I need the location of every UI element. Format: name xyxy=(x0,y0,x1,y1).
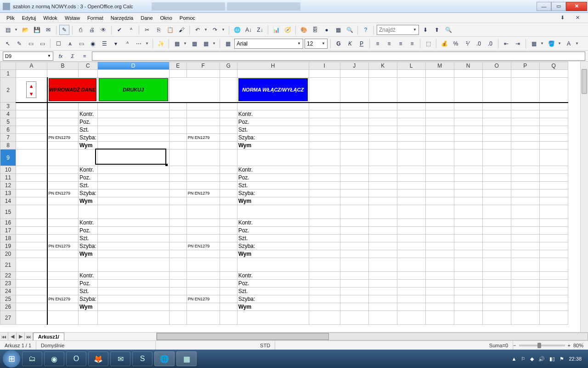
cell-C14[interactable]: Wym xyxy=(79,197,98,205)
col-header-J[interactable]: J xyxy=(340,62,368,70)
cell-I19[interactable] xyxy=(309,242,340,250)
cell-L25[interactable] xyxy=(397,295,425,303)
cell-P26[interactable] xyxy=(511,303,539,311)
cell-F8[interactable] xyxy=(187,142,220,150)
cell-F22[interactable] xyxy=(187,272,220,280)
option-icon[interactable]: ◉ xyxy=(88,39,98,49)
textbox-icon[interactable]: ᴀ xyxy=(65,39,75,49)
cell-C20[interactable]: Wym xyxy=(79,250,98,258)
cell-K11[interactable] xyxy=(368,174,397,182)
cell-P1[interactable] xyxy=(511,70,539,78)
cell-L26[interactable] xyxy=(397,303,425,311)
cell-B5[interactable] xyxy=(47,118,79,126)
cell-K2[interactable] xyxy=(368,78,397,103)
cell-M27[interactable] xyxy=(425,311,454,325)
cell-C22[interactable]: Kontr. xyxy=(79,272,98,280)
cell-B25[interactable]: PN EN1279 xyxy=(47,295,79,303)
cell-O21[interactable] xyxy=(482,258,511,272)
cell-K23[interactable] xyxy=(368,280,397,288)
task-browser[interactable]: 🌐 xyxy=(154,351,175,366)
cell-Q4[interactable] xyxy=(539,110,568,118)
cell-I11[interactable] xyxy=(309,174,340,182)
cell-C1[interactable] xyxy=(79,70,98,78)
zoom-icon[interactable]: 🔍 xyxy=(345,25,355,35)
cell-N27[interactable] xyxy=(454,311,482,325)
menu-format[interactable]: Format xyxy=(84,14,107,22)
formula-input[interactable] xyxy=(92,52,585,61)
cell-M24[interactable] xyxy=(425,288,454,295)
cell-N24[interactable] xyxy=(454,288,482,295)
cell-P8[interactable] xyxy=(511,142,539,150)
cell-O3[interactable] xyxy=(482,103,511,110)
save-icon[interactable]: 💾 xyxy=(32,25,42,35)
cell-K18[interactable] xyxy=(368,235,397,242)
cell-J2[interactable] xyxy=(340,78,368,103)
menu-plik[interactable]: Plik xyxy=(3,14,18,22)
cell-H23[interactable]: Poz. xyxy=(237,280,309,288)
cell-J19[interactable] xyxy=(340,242,368,250)
cell-A26[interactable] xyxy=(16,303,47,311)
opera-icon[interactable]: O xyxy=(66,351,86,366)
cell-L6[interactable] xyxy=(397,126,425,134)
print-icon[interactable]: 🖨 xyxy=(87,25,97,35)
cell-A1[interactable] xyxy=(16,70,47,78)
cell-E10[interactable] xyxy=(169,166,187,174)
cell-E24[interactable] xyxy=(169,288,187,295)
cell-E7[interactable] xyxy=(169,134,187,142)
row-header-27[interactable]: 27 xyxy=(0,311,16,325)
cell-N23[interactable] xyxy=(454,280,482,288)
cell-M6[interactable] xyxy=(425,126,454,134)
firefox-icon[interactable]: 🦊 xyxy=(88,351,108,366)
cell-E17[interactable] xyxy=(169,227,187,235)
spreadsheet-grid[interactable]: ABCDEFGHIJKLMNOPQ12▲▼WPROWADŹ DANEDRUKUJ… xyxy=(0,62,588,332)
cell-C10[interactable]: Kontr. xyxy=(79,166,98,174)
row-header-12[interactable]: 12 xyxy=(0,182,16,190)
email-icon[interactable]: ✉ xyxy=(43,25,53,35)
cut-icon[interactable]: ✂ xyxy=(142,25,152,35)
row-header-3[interactable]: 3 xyxy=(0,103,16,110)
cell-J12[interactable] xyxy=(340,182,368,190)
cell-A17[interactable] xyxy=(16,227,47,235)
cell-G20[interactable] xyxy=(220,250,237,258)
cell-D11[interactable] xyxy=(97,174,169,182)
cell-M17[interactable] xyxy=(425,227,454,235)
cell-M23[interactable] xyxy=(425,280,454,288)
cell-D19[interactable] xyxy=(97,242,169,250)
cell-P16[interactable] xyxy=(511,219,539,227)
cell-A18[interactable] xyxy=(16,235,47,242)
cell-P14[interactable] xyxy=(511,197,539,205)
currency-icon[interactable]: 💰 xyxy=(439,39,449,49)
cell-L11[interactable] xyxy=(397,174,425,182)
cell-M18[interactable] xyxy=(425,235,454,242)
cell-D3[interactable] xyxy=(97,103,169,110)
datasource-icon[interactable]: 🗄 xyxy=(310,25,320,35)
cell-C19[interactable]: Szyba: xyxy=(79,242,98,250)
cell-P25[interactable] xyxy=(511,295,539,303)
cell-H8[interactable]: Wym xyxy=(237,142,309,150)
cell-J26[interactable] xyxy=(340,303,368,311)
cell-K16[interactable] xyxy=(368,219,397,227)
cell-D1[interactable] xyxy=(97,70,169,78)
cell-M5[interactable] xyxy=(425,118,454,126)
cell-E8[interactable] xyxy=(169,142,187,150)
cell-B16[interactable] xyxy=(47,219,79,227)
cell-Q9[interactable] xyxy=(539,150,568,166)
cell-B8[interactable] xyxy=(47,142,79,150)
col-header-F[interactable]: F xyxy=(187,62,220,70)
cell-C16[interactable]: Kontr. xyxy=(79,219,98,227)
cell-O20[interactable] xyxy=(482,250,511,258)
cell-K14[interactable] xyxy=(368,197,397,205)
arrow-icon[interactable]: ↖ xyxy=(3,39,13,49)
cell-K19[interactable] xyxy=(368,242,397,250)
align-left-icon[interactable]: ≡ xyxy=(373,39,383,49)
cell-J1[interactable] xyxy=(340,70,368,78)
cell-O25[interactable] xyxy=(482,295,511,303)
gallery-icon[interactable]: 🎨 xyxy=(299,25,309,35)
cell-G27[interactable] xyxy=(220,311,237,325)
cell-I22[interactable] xyxy=(309,272,340,280)
cell-F19[interactable]: PN EN1279 xyxy=(187,242,220,250)
cell-F14[interactable] xyxy=(187,197,220,205)
col-header-G[interactable]: G xyxy=(220,62,237,70)
cell-I21[interactable] xyxy=(309,258,340,272)
cell-K5[interactable] xyxy=(368,118,397,126)
